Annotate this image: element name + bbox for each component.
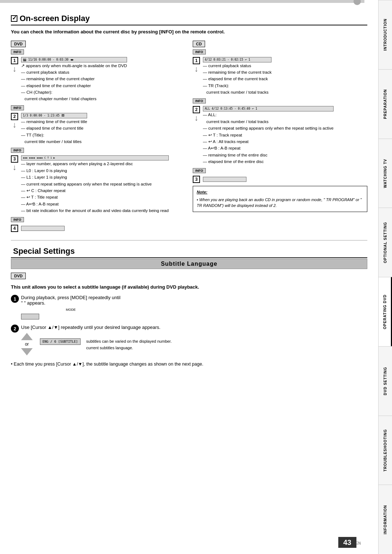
info-btn-dvd-4: INFO bbox=[11, 217, 24, 222]
cd-arrow-1: ↓ bbox=[195, 64, 199, 74]
subtitle-step-1: 1 During playback, press [MODE] repeated… bbox=[11, 295, 367, 319]
mode-button bbox=[21, 314, 39, 319]
cd-annotations-2: — ALL: current track number / total trac… bbox=[203, 111, 334, 165]
page-number: 43 bbox=[338, 537, 356, 548]
top-bar-circle bbox=[354, 0, 361, 5]
main-content: On-screen Display You can check the info… bbox=[0, 0, 378, 554]
mode-label: MODE bbox=[21, 308, 121, 311]
step-num-1: 1 bbox=[11, 295, 19, 303]
tab-watching-tv[interactable]: WATCHING TV bbox=[379, 139, 392, 208]
info-btn-cd-3: INFO bbox=[193, 168, 206, 173]
info-btn-dvd-1: INFO bbox=[11, 49, 24, 54]
info-btn-dvd-2: INFO bbox=[11, 105, 24, 110]
dvd-step-2: INFO 2 ↓ 1/3 0:00:00 - 1:23:45 🖼 bbox=[11, 105, 185, 145]
dvd-annotations-3: — layer number, appears only when playin… bbox=[21, 160, 169, 214]
down-arrow-shape bbox=[21, 348, 33, 355]
subtitle-bullet-note: • Each time you press [Cursor ▲/▼], the … bbox=[11, 360, 367, 368]
step-box-3: 3 bbox=[11, 155, 18, 163]
osd-title: On-screen Display bbox=[20, 14, 90, 23]
step-box-2: 2 bbox=[11, 113, 18, 120]
tab-dvd-setting[interactable]: DVD SETTING bbox=[379, 346, 392, 416]
special-settings-label: Special Settings bbox=[13, 247, 75, 256]
subtitle-language-banner: Subtitle Language bbox=[11, 259, 367, 269]
step-box-1: 1 bbox=[11, 57, 18, 64]
cursor-buttons-container: or bbox=[21, 333, 33, 355]
cd-step-1: INFO 1 ↓ 4/12 0:03:21 - 0:02:15 ↩ 1 bbox=[193, 49, 367, 96]
display-with-note: ENG / 6 [SUBTITLE] subtitles can be vari… bbox=[40, 338, 172, 351]
step-1-text2: " " appears. bbox=[21, 300, 45, 306]
step-2-content: Use [Cursor ▲/▼] repeatedly until your d… bbox=[21, 325, 367, 355]
info-btn-dvd-3: INFO bbox=[11, 148, 24, 153]
cd-step-box-2: 2 bbox=[193, 106, 200, 113]
or-label: or bbox=[21, 342, 33, 347]
special-settings-title: Special Settings bbox=[11, 247, 367, 258]
tab-introduction[interactable]: INTRODUCTION bbox=[379, 0, 392, 69]
dvd-annotations-1: ↗ appears only when multi-angle is avail… bbox=[21, 62, 127, 102]
cd-step-2: INFO 2 ↓ ALL 4/12 0:13:45 - 0:45:40 ↩ 1 bbox=[193, 98, 367, 165]
dvd-column: DVD INFO 1 ↓ 🎬 11/16 0:00:00 - 0:03: bbox=[11, 41, 185, 235]
osd-intro: You can check the information about the … bbox=[11, 28, 367, 36]
two-column-layout: DVD INFO 1 ↓ 🎬 11/16 0:00:00 - 0:03: bbox=[11, 41, 367, 235]
up-arrow-shape bbox=[21, 333, 33, 340]
note-text: • When you are playing back an audio CD … bbox=[197, 197, 363, 209]
cursor-diagram: or ENG / 6 [SUBTITLE] subtitles can be v… bbox=[21, 333, 367, 355]
dvd-annotations-2: — remaining time of the current title — … bbox=[21, 118, 87, 145]
tab-information[interactable]: INFORMATION bbox=[379, 485, 392, 554]
note-title: Note: bbox=[197, 189, 363, 195]
cursor-up-btn bbox=[21, 333, 33, 340]
mode-btn-container: MODE bbox=[21, 308, 121, 319]
cd-screen-2: ALL 4/12 0:13:45 - 0:45:40 ↩ 1 bbox=[203, 106, 334, 111]
step-num-2: 2 bbox=[11, 325, 19, 333]
step-box-4: 4 bbox=[11, 225, 18, 232]
tab-operating-dvd[interactable]: OPERATING DVD bbox=[379, 277, 392, 346]
cd-annotations-1: — current playback status — remaining ti… bbox=[203, 62, 271, 96]
display-section: ENG / 6 [SUBTITLE] subtitles can be vari… bbox=[40, 337, 172, 351]
annotation-2: current subtitles language. bbox=[86, 345, 172, 351]
osd-section-title: On-screen Display bbox=[11, 14, 367, 25]
note-box: Note: • When you are playing back an aud… bbox=[193, 186, 367, 212]
cd-label: CD bbox=[193, 41, 205, 47]
section-divider bbox=[11, 240, 367, 241]
dvd-screen-1: 🎬 11/16 0:00:00 - 0:03:30 ◀▶ bbox=[21, 57, 127, 62]
page-number-container: 43 bbox=[338, 538, 356, 547]
cd-step-3: INFO 3 bbox=[193, 168, 367, 183]
display-box-container: ENG / 6 [SUBTITLE] bbox=[40, 338, 81, 345]
step-2-text: Use [Cursor ▲/▼] repeatedly until your d… bbox=[21, 325, 367, 330]
en-label: EN bbox=[356, 541, 361, 545]
dvd-step-3: INFO 3 ↓ ▪▪▪ ▪▪▪▪ ▪▪▪▪ C T 1 ▶ — bbox=[11, 148, 185, 214]
subtitle-intro: This unit allows you to select a subtitl… bbox=[11, 284, 367, 291]
dvd-screen-4 bbox=[21, 226, 65, 231]
subtitle-display: ENG / 6 [SUBTITLE] bbox=[40, 338, 81, 345]
step-1-text: During playback, press [MODE] repeatedly… bbox=[21, 295, 121, 300]
dvd-label: DVD bbox=[11, 41, 26, 47]
tab-troubleshooting[interactable]: TROUBLESHOOTING bbox=[379, 416, 392, 485]
arrow-down-3: ↓ bbox=[13, 163, 17, 172]
arrow-down-1: ↓ bbox=[13, 64, 17, 74]
dvd-step-4: INFO 4 bbox=[11, 217, 185, 232]
tab-optional-setting[interactable]: OPTIONAL SETTING bbox=[379, 208, 392, 277]
subtitle-dvd-label: DVD bbox=[11, 273, 26, 279]
cd-arrow-2: ↓ bbox=[195, 113, 199, 123]
page-container: On-screen Display You can check the info… bbox=[0, 0, 392, 554]
display-annotation: subtitles can be varied on the displayed… bbox=[86, 338, 172, 351]
checkbox-icon bbox=[11, 15, 17, 22]
dvd-screen-2: 1/3 0:00:00 - 1:23:45 🖼 bbox=[21, 113, 87, 118]
dvd-step-1: INFO 1 ↓ 🎬 11/16 0:00:00 - 0:03:30 ◀▶ bbox=[11, 49, 185, 102]
cd-screen-1: 4/12 0:03:21 - 0:02:15 ↩ 1 bbox=[203, 57, 271, 62]
cursor-down-btn bbox=[21, 348, 33, 355]
tab-preparation[interactable]: PREPARATION bbox=[379, 69, 392, 139]
cd-column: CD INFO 1 ↓ 4/12 0:03:21 - 0:02:15 ↩ bbox=[193, 41, 367, 235]
cd-screen-3 bbox=[203, 177, 246, 182]
step-1-content: During playback, press [MODE] repeatedly… bbox=[21, 295, 121, 319]
dvd-screen-3: ▪▪▪ ▪▪▪▪ ▪▪▪▪ C T 1 ▶ bbox=[21, 155, 169, 160]
cd-step-box-1: 1 bbox=[193, 57, 200, 64]
side-tabs: INTRODUCTION PREPARATION WATCHING TV OPT… bbox=[378, 0, 392, 554]
top-bar bbox=[0, 0, 364, 3]
info-btn-cd-1: INFO bbox=[193, 49, 206, 54]
info-btn-cd-2: INFO bbox=[193, 98, 206, 103]
subtitle-step-2: 2 Use [Cursor ▲/▼] repeatedly until your… bbox=[11, 325, 367, 355]
arrow-down-2: ↓ bbox=[13, 120, 17, 130]
cd-step-box-3: 3 bbox=[193, 176, 200, 183]
annotation-1: subtitles can be varied on the displayed… bbox=[86, 338, 172, 345]
